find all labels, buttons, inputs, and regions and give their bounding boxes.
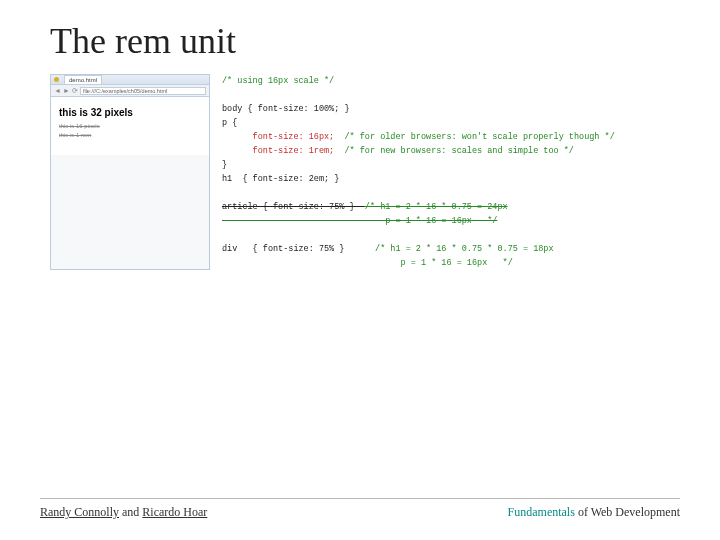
preview-heading: this is 32 pixels xyxy=(59,107,201,118)
slide-content: demo.html ◄ ► ⟳ file:///C:/examples/ch05… xyxy=(50,74,680,270)
preview-line-1: this is 16 pixels xyxy=(59,123,201,129)
slide: The rem unit demo.html ◄ ► ⟳ file:///C:/… xyxy=(0,0,720,540)
author-1: Randy Connolly xyxy=(40,505,119,519)
nav-fwd-icon: ► xyxy=(63,87,70,94)
preview-line-2: this is 1 rem xyxy=(59,132,201,138)
code-line-red: font-size: 16px; xyxy=(222,132,334,142)
slide-footer: Randy Connolly and Ricardo Hoar Fundamen… xyxy=(40,498,680,520)
browser-preview: demo.html ◄ ► ⟳ file:///C:/examples/ch05… xyxy=(50,74,210,270)
code-line: h1 { font-size: 2em; } xyxy=(222,174,339,184)
browser-tab: demo.html xyxy=(64,75,102,84)
code-line: p { xyxy=(222,118,237,128)
nav-reload-icon: ⟳ xyxy=(72,87,78,95)
code-comment: /* for older browsers: won't scale prope… xyxy=(334,132,615,142)
code-comment: p = 1 * 16 = 16px */ xyxy=(222,258,513,268)
code-comment-strike: /* h1 = 2 * 16 * 0.75 = 24px xyxy=(365,202,508,212)
book-title-a: Fundamentals xyxy=(508,505,575,519)
author-2: Ricardo Hoar xyxy=(142,505,207,519)
code-comment: /* using 16px scale */ xyxy=(222,76,334,86)
window-icon xyxy=(54,77,59,82)
code-line: body { font-size: 100%; } xyxy=(222,104,350,114)
footer-authors: Randy Connolly and Ricardo Hoar xyxy=(40,505,207,520)
code-comment: /* for new browsers: scales and simple t… xyxy=(334,146,574,156)
code-line-red: font-size: 1rem; xyxy=(222,146,334,156)
footer-book: Fundamentals of Web Development xyxy=(508,505,680,520)
code-comment-strike: p = 1 * 16 = 16px */ xyxy=(222,216,497,226)
code-block: /* using 16px scale */ body { font-size:… xyxy=(222,74,615,270)
browser-body: this is 32 pixels this is 16 pixels this… xyxy=(51,97,209,155)
code-line: } xyxy=(222,160,227,170)
footer-and: and xyxy=(119,505,142,519)
slide-title: The rem unit xyxy=(50,20,680,62)
nav-back-icon: ◄ xyxy=(54,87,61,94)
code-line-strike: article { font-size: 75% } xyxy=(222,202,365,212)
book-title-b: of Web Development xyxy=(575,505,680,519)
browser-address-bar: ◄ ► ⟳ file:///C:/examples/ch05/demo.html xyxy=(51,85,209,97)
url-field: file:///C:/examples/ch05/demo.html xyxy=(80,87,206,95)
browser-titlebar: demo.html xyxy=(51,75,209,85)
code-comment: /* h1 = 2 * 16 * 0.75 * 0.75 = 18px xyxy=(344,244,553,254)
code-line: div { font-size: 75% } xyxy=(222,244,344,254)
